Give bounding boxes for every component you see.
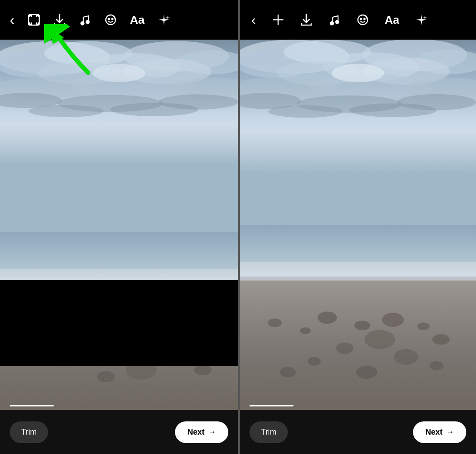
svg-point-23 [110, 103, 198, 116]
right-top-bar: ‹ [240, 0, 476, 40]
left-expand-button[interactable] [26, 12, 42, 28]
right-next-label: Next [425, 428, 443, 437]
left-music-button[interactable] [77, 12, 93, 28]
right-image-area [240, 40, 476, 410]
right-panel: ‹ [238, 0, 476, 454]
svg-point-61 [382, 313, 404, 327]
svg-point-65 [268, 319, 282, 328]
right-effects-button[interactable] [413, 12, 429, 28]
left-progress-line [10, 405, 54, 406]
svg-point-3 [81, 22, 84, 25]
svg-point-4 [86, 21, 89, 24]
svg-point-64 [336, 343, 353, 354]
svg-point-63 [364, 330, 395, 349]
left-next-label: Next [187, 428, 205, 437]
right-next-button[interactable]: Next → [413, 421, 466, 443]
right-progress-line [249, 405, 294, 406]
svg-point-33 [194, 365, 212, 375]
left-panel: ‹ [0, 0, 238, 454]
left-back-button[interactable]: ‹ [8, 11, 16, 29]
svg-point-62 [417, 323, 430, 331]
left-download-button[interactable] [52, 11, 67, 28]
svg-point-71 [430, 362, 444, 370]
svg-rect-2 [29, 15, 39, 25]
right-back-button[interactable]: ‹ [249, 11, 258, 29]
right-beach-scene [240, 40, 476, 410]
right-add-button[interactable] [270, 12, 286, 28]
left-sticker-button[interactable] [103, 12, 119, 28]
svg-point-39 [360, 18, 361, 20]
svg-point-60 [300, 328, 311, 335]
svg-point-36 [330, 22, 333, 25]
right-music-button[interactable] [327, 12, 342, 28]
right-sand [240, 281, 476, 410]
left-top-bar: ‹ [0, 0, 238, 40]
svg-point-69 [356, 366, 377, 379]
left-effects-button[interactable] [156, 12, 172, 28]
left-next-button[interactable]: Next → [175, 421, 228, 443]
right-sticker-button[interactable] [355, 12, 371, 28]
svg-point-58 [318, 312, 337, 324]
svg-point-68 [308, 357, 321, 366]
svg-point-31 [97, 371, 115, 382]
svg-point-66 [432, 334, 450, 345]
right-bottom-bar: Trim Next → [240, 410, 476, 454]
left-text-button[interactable]: Aa [128, 12, 146, 27]
svg-point-70 [280, 367, 296, 378]
right-next-arrow: → [446, 428, 454, 437]
right-trim-button[interactable]: Trim [249, 421, 288, 443]
left-bottom-bar: Trim Next → [0, 410, 238, 454]
svg-point-56 [349, 103, 437, 117]
svg-point-59 [354, 321, 370, 331]
svg-point-37 [335, 21, 338, 24]
svg-point-57 [268, 105, 343, 118]
left-trim-button[interactable]: Trim [10, 421, 48, 443]
right-text-button[interactable]: Aa [383, 12, 401, 27]
left-next-arrow: → [208, 428, 216, 437]
left-clouds [0, 40, 238, 255]
svg-point-19 [93, 64, 145, 82]
svg-point-7 [112, 18, 113, 20]
right-download-button[interactable] [298, 11, 314, 28]
left-image-area [0, 40, 238, 410]
left-black-bar [0, 280, 238, 366]
svg-point-24 [29, 105, 104, 117]
svg-point-52 [331, 64, 384, 82]
svg-point-6 [108, 18, 109, 20]
svg-point-40 [364, 18, 365, 20]
svg-point-67 [394, 349, 418, 365]
